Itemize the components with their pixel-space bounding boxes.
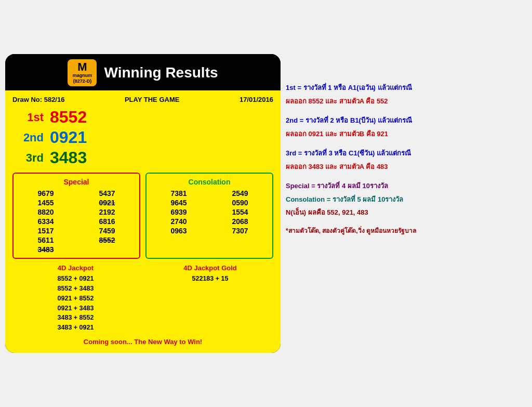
- logo-sub: (8272-D): [73, 78, 92, 84]
- special-number: 6816: [80, 217, 134, 226]
- special-number: 2192: [80, 208, 134, 216]
- special-number: 9679: [19, 189, 73, 198]
- jackpot-title: 4D Jackpot: [12, 264, 139, 272]
- annotation-line-7: Consolation = รางวัลที่ 5 ผลมี 10รางวัล: [286, 194, 527, 205]
- draw-number: Draw No: 582/16: [12, 96, 64, 103]
- jackpot-gold-title: 4D Jackpot Gold: [147, 264, 273, 272]
- lower-section: Special 96795437145509218820219263346816…: [12, 173, 273, 259]
- annotation-line-2: 2nd = รางวัลที่ 2 หรือ B1(บีวัน) แล้วแต่…: [286, 115, 527, 126]
- special-number: 5611: [19, 236, 73, 244]
- label-2nd: 2nd: [12, 131, 44, 145]
- jackpot-items: 8552 + 09218552 + 34830921 + 85520921 + …: [12, 274, 139, 333]
- play-label: PLAY THE GAME: [125, 96, 179, 103]
- consolation-title: Consolation: [152, 178, 267, 186]
- annotation-line-3: ผลออก 0921 และ สามตัวB คือ 921: [286, 129, 527, 139]
- number-2nd: 0921: [50, 128, 87, 147]
- jackpot-gold-col: 4D Jackpot Gold 522183 + 15: [147, 264, 273, 333]
- special-number: 1517: [19, 227, 73, 235]
- logo-text: magnum: [73, 73, 92, 78]
- result-row-3rd: 3rd 3483: [12, 148, 273, 167]
- consolation-box: Consolation 7381254996450590693915542740…: [145, 173, 273, 259]
- annotation-spacer: [286, 175, 527, 178]
- consolation-number: 1554: [213, 208, 267, 216]
- annotation-line-8: N(เอ็น) ผลคือ 552, 921, 483: [286, 207, 527, 218]
- jackpot-item: 8552 + 0921: [12, 274, 139, 284]
- number-1st: 8552: [50, 108, 87, 127]
- jackpot-item: 0921 + 3483: [12, 304, 139, 313]
- jackpot-item: 3483 + 0921: [12, 323, 139, 333]
- special-number: 6334: [19, 217, 73, 226]
- logo-m: M: [77, 61, 87, 73]
- page-container: M magnum (8272-D) Winning Results Draw N…: [5, 54, 527, 353]
- draw-info: Draw No: 582/16 PLAY THE GAME 17/01/2016: [12, 96, 273, 103]
- card-body: Draw No: 582/16 PLAY THE GAME 17/01/2016…: [5, 90, 281, 353]
- annotations: 1st = รางวัลที่ 1 หรือ A1(เอวัน) แล้วแต่…: [286, 54, 527, 235]
- bottom-note: *สามตัวโต๊ด, สองตัวคู่โต๊ด,วิ่ง ดูหมือนห…: [286, 226, 527, 235]
- lottery-card: M magnum (8272-D) Winning Results Draw N…: [5, 54, 281, 353]
- label-1st: 1st: [12, 111, 44, 124]
- special-number: 1455: [19, 199, 73, 207]
- label-3rd: 3rd: [12, 151, 44, 165]
- consolation-number: 7307: [213, 227, 267, 235]
- jackpot-item: 3483 + 8552: [12, 313, 139, 323]
- consolation-number: 2068: [213, 217, 267, 226]
- jackpot-gold-item: 522183 + 15: [147, 274, 273, 284]
- special-number: 7459: [80, 227, 134, 235]
- consolation-number: 7381: [152, 189, 206, 198]
- special-number: 0921: [80, 199, 134, 207]
- result-row-1st: 1st 8552: [12, 108, 273, 127]
- consolation-number: 2549: [213, 189, 267, 198]
- jackpot-section: 4D Jackpot 8552 + 09218552 + 34830921 + …: [12, 264, 273, 333]
- jackpot-gold-items: 522183 + 15: [147, 274, 273, 284]
- special-number: [80, 245, 134, 254]
- card-footer: Coming soon... The New Way to Win!: [12, 338, 273, 346]
- special-number: 8552: [80, 236, 134, 244]
- annotation-line-0: 1st = รางวัลที่ 1 หรือ A1(เอวัน) แล้วแต่…: [286, 83, 527, 93]
- special-title: Special: [19, 178, 134, 186]
- annotation-line-6: Special = รางวัลที่ 4 ผลมี 10รางวัล: [286, 181, 527, 191]
- card-title: Winning Results: [104, 64, 218, 81]
- consolation-grid: 7381254996450590693915542740206809637307: [152, 189, 267, 235]
- consolation-number: 0590: [213, 199, 267, 207]
- jackpot-item: 0921 + 8552: [12, 294, 139, 304]
- special-number: 5437: [80, 189, 134, 198]
- jackpot-col: 4D Jackpot 8552 + 09218552 + 34830921 + …: [12, 264, 139, 333]
- main-results: 1st 8552 2nd 0921 3rd 3483: [12, 108, 273, 167]
- consolation-number: 9645: [152, 199, 206, 207]
- result-row-2nd: 2nd 0921: [12, 128, 273, 147]
- annotation-line-1: ผลออก 8552 และ สามตัวA คือ 552: [286, 96, 527, 107]
- annotation-spacer: [286, 109, 527, 112]
- annotation-line-4: 3rd = รางวัลที่ 3 หรือ C1(ซีวัน) แล้วแต่…: [286, 148, 527, 159]
- annotation-spacer: [286, 142, 527, 145]
- special-grid: 9679543714550921882021926334681615177459…: [19, 189, 134, 254]
- annotation-line-5: ผลออก 3483 และ สามตัวA คือ 483: [286, 162, 527, 172]
- special-box: Special 96795437145509218820219263346816…: [12, 173, 140, 259]
- card-header: M magnum (8272-D) Winning Results: [5, 54, 281, 90]
- special-number: 8820: [19, 208, 73, 216]
- magnum-logo: M magnum (8272-D): [68, 59, 97, 86]
- consolation-number: 0963: [152, 227, 206, 235]
- number-3rd: 3483: [50, 148, 87, 167]
- jackpot-item: 8552 + 3483: [12, 284, 139, 294]
- consolation-number: 6939: [152, 208, 206, 216]
- special-number: 3483: [19, 245, 73, 254]
- consolation-number: 2740: [152, 217, 206, 226]
- draw-date: 17/01/2016: [240, 96, 273, 103]
